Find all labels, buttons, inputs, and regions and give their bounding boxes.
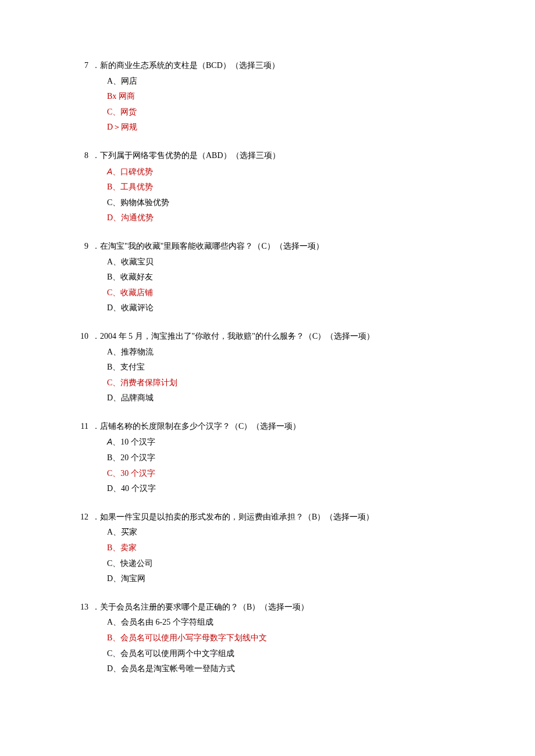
question-line: 8．下列属于网络零售优势的是（ABD）（选择三项） bbox=[76, 148, 459, 164]
question-line: 7．新的商业生态系统的支柱是（BCD）（选择三项） bbox=[76, 58, 459, 74]
question-line: 9．在淘宝"我的收藏"里顾客能收藏哪些内容？（C）（选择一项） bbox=[76, 239, 459, 255]
options-list: A、口碑优势B、工具优势C、购物体验优势D、沟通优势 bbox=[76, 164, 459, 226]
question-block: 13．关于会员名注册的要求哪个是正确的？（B）（选择一项）A、会员名由 6-25… bbox=[76, 600, 459, 677]
option-correct: C、收藏店铺 bbox=[107, 285, 459, 301]
options-list: A、买家B、卖家C、快递公司D、淘宝网 bbox=[76, 525, 459, 586]
option: D、淘宝网 bbox=[107, 571, 459, 587]
option: A、推荐物流 bbox=[107, 345, 459, 360]
options-list: A、会员名由 6-25 个字符组成B、会员名可以使用小写字母数字下划线中文C、会… bbox=[76, 615, 459, 676]
question-number: 10 bbox=[76, 329, 92, 345]
question-line: 10．2004 年 5 月，淘宝推出了"你敢付，我敢赔"的什么服务？（C）（选择… bbox=[76, 329, 459, 345]
option: C、会员名可以使用两个中文字组成 bbox=[107, 646, 459, 662]
question-stem: ．店铺名称的长度限制在多少个汉字？（C）（选择一项） bbox=[92, 419, 459, 435]
options-list: A、10 个汉字B、20 个汉字C、30 个汉字D、40 个汉字 bbox=[76, 434, 459, 496]
options-list: A、收藏宝贝B、收藏好友C、收藏店铺D、收藏评论 bbox=[76, 255, 459, 316]
option: B、20 个汉字 bbox=[107, 450, 459, 466]
option-correct: C、消费者保障计划 bbox=[107, 375, 459, 391]
option: D、收藏评论 bbox=[107, 300, 459, 316]
question-stem: ．新的商业生态系统的支柱是（BCD）（选择三项） bbox=[92, 58, 459, 74]
option-correct: B、会员名可以使用小写字母数字下划线中文 bbox=[107, 630, 459, 646]
question-block: 9．在淘宝"我的收藏"里顾客能收藏哪些内容？（C）（选择一项）A、收藏宝贝B、收… bbox=[76, 239, 459, 316]
option: A、10 个汉字 bbox=[107, 434, 459, 450]
option-correct: B、工具优势 bbox=[107, 180, 459, 195]
question-stem: ．下列属于网络零售优势的是（ABD）（选择三项） bbox=[92, 148, 459, 164]
option-correct: C、网货 bbox=[107, 105, 459, 120]
option: A、买家 bbox=[107, 525, 459, 540]
options-list: A、网店Bx 网商C、网货D＞网规 bbox=[76, 74, 459, 135]
option: B、收藏好友 bbox=[107, 270, 459, 285]
question-block: 11．店铺名称的长度限制在多少个汉字？（C）（选择一项）A、10 个汉字B、20… bbox=[76, 419, 459, 497]
question-number: 9 bbox=[76, 239, 92, 255]
question-stem: ．如果一件宝贝是以拍卖的形式发布的，则运费由谁承担？（B）（选择一项） bbox=[92, 510, 459, 525]
question-number: 7 bbox=[76, 58, 92, 74]
options-list: A、推荐物流B、支付宝C、消费者保障计划D、品牌商城 bbox=[76, 345, 459, 406]
option: C、快递公司 bbox=[107, 556, 459, 572]
option-prefix: A bbox=[107, 167, 112, 176]
question-number: 8 bbox=[76, 148, 92, 164]
option-correct: Bx 网商 bbox=[107, 89, 459, 105]
question-line: 12．如果一件宝贝是以拍卖的形式发布的，则运费由谁承担？（B）（选择一项） bbox=[76, 510, 459, 525]
question-number: 11 bbox=[76, 419, 92, 435]
option-correct: D、沟通优势 bbox=[107, 210, 459, 226]
option: D、40 个汉字 bbox=[107, 481, 459, 497]
question-stem: ．在淘宝"我的收藏"里顾客能收藏哪些内容？（C）（选择一项） bbox=[92, 239, 459, 255]
option: B、支付宝 bbox=[107, 360, 459, 375]
question-block: 12．如果一件宝贝是以拍卖的形式发布的，则运费由谁承担？（B）（选择一项）A、买… bbox=[76, 510, 459, 587]
option-text: 、口碑优势 bbox=[112, 167, 153, 176]
question-stem: ．关于会员名注册的要求哪个是正确的？（B）（选择一项） bbox=[92, 600, 459, 615]
question-line: 13．关于会员名注册的要求哪个是正确的？（B）（选择一项） bbox=[76, 600, 459, 615]
option: A、收藏宝贝 bbox=[107, 255, 459, 270]
option-correct: A、口碑优势 bbox=[107, 164, 459, 180]
option-correct: C、30 个汉字 bbox=[107, 466, 459, 482]
option: A、会员名由 6-25 个字符组成 bbox=[107, 615, 459, 630]
option-prefix: A bbox=[107, 437, 112, 446]
question-number: 12 bbox=[76, 510, 92, 525]
option-correct: B、卖家 bbox=[107, 540, 459, 556]
option: A、网店 bbox=[107, 74, 459, 89]
question-block: 10．2004 年 5 月，淘宝推出了"你敢付，我敢赔"的什么服务？（C）（选择… bbox=[76, 329, 459, 406]
option: D、品牌商城 bbox=[107, 390, 459, 406]
option: D、会员名是淘宝帐号唯一登陆方式 bbox=[107, 661, 459, 677]
option-text: 、10 个汉字 bbox=[112, 438, 155, 446]
option: C、购物体验优势 bbox=[107, 195, 459, 211]
question-number: 13 bbox=[76, 600, 92, 615]
question-block: 8．下列属于网络零售优势的是（ABD）（选择三项）A、口碑优势B、工具优势C、购… bbox=[76, 148, 459, 226]
question-block: 7．新的商业生态系统的支柱是（BCD）（选择三项）A、网店Bx 网商C、网货D＞… bbox=[76, 58, 459, 135]
question-line: 11．店铺名称的长度限制在多少个汉字？（C）（选择一项） bbox=[76, 419, 459, 435]
option-correct: D＞网规 bbox=[107, 120, 459, 135]
question-stem: ．2004 年 5 月，淘宝推出了"你敢付，我敢赔"的什么服务？（C）（选择一项… bbox=[92, 329, 459, 345]
document-body: 7．新的商业生态系统的支柱是（BCD）（选择三项）A、网店Bx 网商C、网货D＞… bbox=[76, 58, 459, 677]
